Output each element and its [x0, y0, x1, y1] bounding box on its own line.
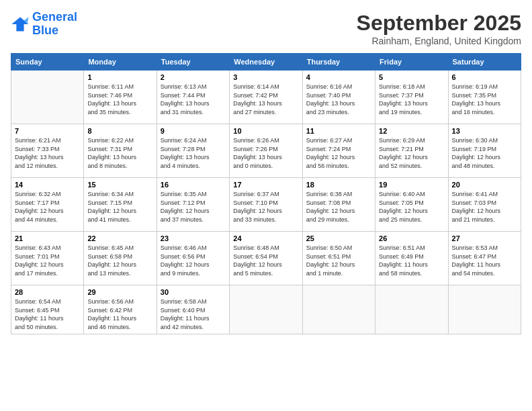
day-info: Sunrise: 6:35 AM Sunset: 7:12 PM Dayligh… — [161, 190, 226, 224]
calendar-cell: 2Sunrise: 6:13 AM Sunset: 7:44 PM Daylig… — [157, 71, 229, 124]
weekday-header-wednesday: Wednesday — [230, 54, 302, 71]
day-info: Sunrise: 6:24 AM Sunset: 7:28 PM Dayligh… — [161, 136, 226, 170]
calendar-cell: 19Sunrise: 6:40 AM Sunset: 7:05 PM Dayli… — [375, 178, 448, 232]
weekday-header-row: SundayMondayTuesdayWednesdayThursdayFrid… — [11, 54, 521, 71]
calendar-cell: 9Sunrise: 6:24 AM Sunset: 7:28 PM Daylig… — [157, 124, 229, 178]
day-number: 10 — [233, 127, 298, 135]
day-info: Sunrise: 6:11 AM Sunset: 7:46 PM Dayligh… — [87, 83, 152, 116]
day-number: 11 — [306, 127, 371, 135]
day-info: Sunrise: 6:46 AM Sunset: 6:56 PM Dayligh… — [161, 244, 226, 277]
day-number: 12 — [379, 127, 444, 135]
day-info: Sunrise: 6:40 AM Sunset: 7:05 PM Dayligh… — [379, 190, 444, 224]
day-info: Sunrise: 6:48 AM Sunset: 6:54 PM Dayligh… — [233, 244, 298, 277]
month-title: September 2025 — [357, 11, 521, 36]
calendar-cell: 20Sunrise: 6:41 AM Sunset: 7:03 PM Dayli… — [448, 178, 521, 232]
calendar-cell: 3Sunrise: 6:14 AM Sunset: 7:42 PM Daylig… — [230, 71, 302, 124]
day-info: Sunrise: 6:54 AM Sunset: 6:45 PM Dayligh… — [15, 298, 80, 331]
day-info: Sunrise: 6:16 AM Sunset: 7:40 PM Dayligh… — [306, 83, 371, 116]
day-info: Sunrise: 6:53 AM Sunset: 6:47 PM Dayligh… — [452, 244, 517, 277]
weekday-header-thursday: Thursday — [302, 54, 375, 71]
day-number: 1 — [87, 73, 152, 81]
day-number: 20 — [452, 181, 517, 189]
day-number: 4 — [306, 73, 371, 81]
logo-icon — [11, 15, 30, 34]
week-row-1: 1Sunrise: 6:11 AM Sunset: 7:46 PM Daylig… — [11, 71, 521, 124]
day-info: Sunrise: 6:41 AM Sunset: 7:03 PM Dayligh… — [452, 190, 517, 224]
calendar-cell: 30Sunrise: 6:58 AM Sunset: 6:40 PM Dayli… — [157, 285, 229, 334]
day-number: 7 — [15, 127, 80, 135]
day-number: 5 — [379, 73, 444, 81]
weekday-header-tuesday: Tuesday — [157, 54, 229, 71]
day-info: Sunrise: 6:26 AM Sunset: 7:26 PM Dayligh… — [233, 136, 298, 170]
week-row-5: 28Sunrise: 6:54 AM Sunset: 6:45 PM Dayli… — [11, 285, 521, 334]
day-number: 25 — [306, 234, 371, 242]
calendar-cell — [11, 71, 84, 124]
day-number: 23 — [161, 234, 226, 242]
calendar-cell: 11Sunrise: 6:27 AM Sunset: 7:24 PM Dayli… — [302, 124, 375, 178]
day-number: 17 — [233, 181, 298, 189]
calendar-cell: 23Sunrise: 6:46 AM Sunset: 6:56 PM Dayli… — [157, 232, 229, 285]
day-number: 26 — [379, 234, 444, 242]
day-number: 29 — [87, 288, 152, 296]
week-row-3: 14Sunrise: 6:32 AM Sunset: 7:17 PM Dayli… — [11, 178, 521, 232]
calendar-cell: 4Sunrise: 6:16 AM Sunset: 7:40 PM Daylig… — [302, 71, 375, 124]
day-info: Sunrise: 6:21 AM Sunset: 7:33 PM Dayligh… — [15, 136, 80, 170]
calendar-cell: 16Sunrise: 6:35 AM Sunset: 7:12 PM Dayli… — [157, 178, 229, 232]
calendar-cell: 10Sunrise: 6:26 AM Sunset: 7:26 PM Dayli… — [230, 124, 302, 178]
day-number: 3 — [233, 73, 298, 81]
calendar-cell — [375, 285, 448, 334]
calendar-cell: 8Sunrise: 6:22 AM Sunset: 7:31 PM Daylig… — [84, 124, 157, 178]
day-info: Sunrise: 6:51 AM Sunset: 6:49 PM Dayligh… — [379, 244, 444, 277]
day-number: 19 — [379, 181, 444, 189]
calendar-cell: 6Sunrise: 6:19 AM Sunset: 7:35 PM Daylig… — [448, 71, 521, 124]
calendar-cell: 1Sunrise: 6:11 AM Sunset: 7:46 PM Daylig… — [84, 71, 157, 124]
logo: General Blue — [11, 11, 77, 38]
calendar-cell: 27Sunrise: 6:53 AM Sunset: 6:47 PM Dayli… — [448, 232, 521, 285]
title-block: September 2025 Rainham, England, United … — [357, 11, 521, 46]
calendar-cell: 14Sunrise: 6:32 AM Sunset: 7:17 PM Dayli… — [11, 178, 84, 232]
calendar-cell: 12Sunrise: 6:29 AM Sunset: 7:21 PM Dayli… — [375, 124, 448, 178]
weekday-header-friday: Friday — [375, 54, 448, 71]
calendar-cell: 25Sunrise: 6:50 AM Sunset: 6:51 PM Dayli… — [302, 232, 375, 285]
calendar-cell: 7Sunrise: 6:21 AM Sunset: 7:33 PM Daylig… — [11, 124, 84, 178]
day-number: 15 — [87, 181, 152, 189]
day-info: Sunrise: 6:50 AM Sunset: 6:51 PM Dayligh… — [306, 244, 371, 277]
calendar-cell: 17Sunrise: 6:37 AM Sunset: 7:10 PM Dayli… — [230, 178, 302, 232]
day-info: Sunrise: 6:56 AM Sunset: 6:42 PM Dayligh… — [87, 298, 152, 331]
day-info: Sunrise: 6:13 AM Sunset: 7:44 PM Dayligh… — [161, 83, 226, 116]
day-number: 22 — [87, 234, 152, 242]
calendar-cell: 15Sunrise: 6:34 AM Sunset: 7:15 PM Dayli… — [84, 178, 157, 232]
day-info: Sunrise: 6:19 AM Sunset: 7:35 PM Dayligh… — [452, 83, 517, 116]
week-row-2: 7Sunrise: 6:21 AM Sunset: 7:33 PM Daylig… — [11, 124, 521, 178]
day-number: 28 — [15, 288, 80, 296]
day-number: 30 — [161, 288, 226, 296]
day-info: Sunrise: 6:34 AM Sunset: 7:15 PM Dayligh… — [87, 190, 152, 224]
calendar-cell: 28Sunrise: 6:54 AM Sunset: 6:45 PM Dayli… — [11, 285, 84, 334]
calendar-cell: 22Sunrise: 6:45 AM Sunset: 6:58 PM Dayli… — [84, 232, 157, 285]
calendar-cell: 21Sunrise: 6:43 AM Sunset: 7:01 PM Dayli… — [11, 232, 84, 285]
day-info: Sunrise: 6:43 AM Sunset: 7:01 PM Dayligh… — [15, 244, 80, 277]
calendar-cell: 26Sunrise: 6:51 AM Sunset: 6:49 PM Dayli… — [375, 232, 448, 285]
day-number: 13 — [452, 127, 517, 135]
day-number: 14 — [15, 181, 80, 189]
calendar-cell: 24Sunrise: 6:48 AM Sunset: 6:54 PM Dayli… — [230, 232, 302, 285]
calendar-cell: 13Sunrise: 6:30 AM Sunset: 7:19 PM Dayli… — [448, 124, 521, 178]
weekday-header-monday: Monday — [84, 54, 157, 71]
day-info: Sunrise: 6:18 AM Sunset: 7:37 PM Dayligh… — [379, 83, 444, 116]
day-info: Sunrise: 6:29 AM Sunset: 7:21 PM Dayligh… — [379, 136, 444, 170]
day-number: 6 — [452, 73, 517, 81]
calendar-cell: 5Sunrise: 6:18 AM Sunset: 7:37 PM Daylig… — [375, 71, 448, 124]
day-number: 9 — [161, 127, 226, 135]
day-info: Sunrise: 6:30 AM Sunset: 7:19 PM Dayligh… — [452, 136, 517, 170]
day-info: Sunrise: 6:14 AM Sunset: 7:42 PM Dayligh… — [233, 83, 298, 116]
day-info: Sunrise: 6:37 AM Sunset: 7:10 PM Dayligh… — [233, 190, 298, 224]
location-subtitle: Rainham, England, United Kingdom — [357, 36, 521, 46]
weekday-header-sunday: Sunday — [11, 54, 84, 71]
day-number: 24 — [233, 234, 298, 242]
day-number: 8 — [87, 127, 152, 135]
day-number: 18 — [306, 181, 371, 189]
day-info: Sunrise: 6:45 AM Sunset: 6:58 PM Dayligh… — [87, 244, 152, 277]
calendar-cell — [230, 285, 302, 334]
day-info: Sunrise: 6:27 AM Sunset: 7:24 PM Dayligh… — [306, 136, 371, 170]
page-header: General Blue September 2025 Rainham, Eng… — [11, 11, 521, 46]
